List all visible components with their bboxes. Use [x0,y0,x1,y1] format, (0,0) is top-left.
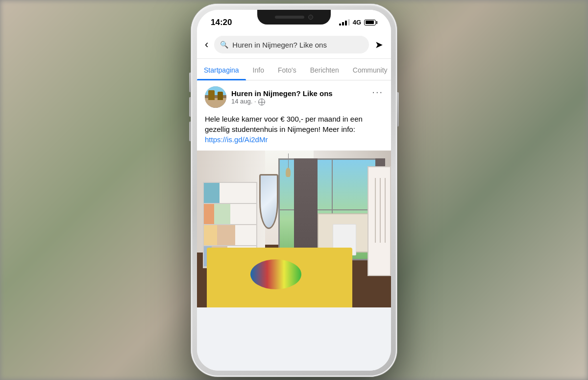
battery-body [364,20,376,25]
nav-bar: ‹ 🔍 Huren in Nijmegen? Like ons ➤ [197,31,391,59]
signal-bars [339,19,350,25]
tabs-bar: Startpagina Info Foto's Berichten Commun… [197,59,391,80]
phone-screen: 14:20 4G [197,10,391,371]
post-link[interactable]: https://is.gd/Ai2dMr [205,135,268,144]
post-page-name[interactable]: Huren in Nijmegen? Like ons [231,89,333,98]
content-area: Huren in Nijmegen? Like ons 14 aug. · ··… [197,80,391,371]
tab-berichten[interactable]: Berichten [303,66,346,80]
post-meta: Huren in Nijmegen? Like ons 14 aug. · [231,89,333,105]
room-wardrobe [368,166,391,276]
room-lamp [284,153,292,177]
post-card: Huren in Nijmegen? Like ons 14 aug. · ··… [197,80,391,307]
notch [257,10,331,25]
post-date: 14 aug. · [231,98,333,105]
signal-bar-2 [342,22,344,25]
phone-frame: 14:20 4G [191,4,397,377]
shelf-row-1 [204,183,256,204]
post-header: Huren in Nijmegen? Like ons 14 aug. · ··… [197,80,391,112]
room-scene [197,151,391,307]
battery [364,20,377,25]
signal-bar-1 [339,24,341,25]
search-bar[interactable]: 🔍 Huren in Nijmegen? Like ons [214,36,369,53]
shelf-row-2 [204,204,256,225]
tab-fotos[interactable]: Foto's [271,66,303,80]
network-label: 4G [353,19,361,26]
battery-tip [376,21,377,24]
room-bed [207,248,352,307]
speaker [275,16,304,19]
tab-info[interactable]: Info [246,66,271,80]
post-text-content: Hele leuke kamer voor € 300,- per maand … [205,115,363,133]
globe-icon [258,99,265,105]
signal-bar-4 [348,19,350,25]
post-more-button[interactable]: ··· [372,86,383,98]
tab-startpagina[interactable]: Startpagina [197,66,246,80]
search-text: Huren in Nijmegen? Like ons [232,41,327,49]
signal-bar-3 [345,21,347,25]
avatar[interactable] [205,86,226,108]
search-icon: 🔍 [220,41,228,49]
post-text: Hele leuke kamer voor € 300,- per maand … [197,112,391,151]
phone-frame-container: 14:20 4G [191,4,397,377]
camera [308,15,313,20]
share-button[interactable]: ➤ [375,39,383,51]
post-avatar-area: Huren in Nijmegen? Like ons 14 aug. · [205,86,333,108]
status-time: 14:20 [211,18,232,27]
room-mirror [259,174,279,229]
tab-community[interactable]: Community [346,66,391,80]
avatar-image [205,86,226,108]
battery-fill [366,21,374,24]
back-button[interactable]: ‹ [205,38,208,51]
status-icons: 4G [339,19,377,26]
shelf-row-3 [204,225,256,246]
post-image[interactable] [197,151,391,307]
